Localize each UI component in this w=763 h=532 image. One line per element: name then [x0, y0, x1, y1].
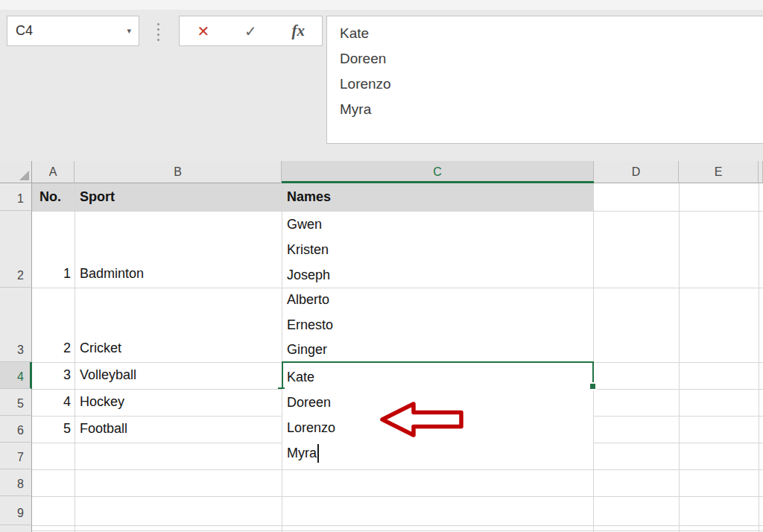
formula-line: Doreen: [340, 46, 763, 72]
cell-b4[interactable]: Volleyball: [75, 362, 282, 389]
selection-border: [282, 361, 594, 363]
row-header-9[interactable]: 9: [0, 496, 32, 525]
cell-a6[interactable]: 5: [32, 416, 75, 443]
selected-column-underline: [282, 181, 594, 183]
function-icon: fx: [291, 22, 305, 40]
row-header-7[interactable]: 7: [0, 443, 32, 469]
row-header-4[interactable]: 4: [0, 362, 32, 389]
cell-b6[interactable]: Football: [75, 416, 282, 443]
column-header-c[interactable]: C: [282, 161, 594, 183]
gridline: [32, 531, 763, 531]
cell-b1[interactable]: Sport: [75, 183, 282, 211]
dot-icon: [157, 39, 159, 41]
selection-border: [278, 387, 285, 389]
formula-bar-drag-handle[interactable]: [155, 23, 161, 41]
cell-c2[interactable]: Gwen Kristen Joseph: [282, 211, 594, 288]
row-header-2[interactable]: 2: [0, 211, 32, 288]
column-header-a[interactable]: A: [32, 161, 75, 183]
cell-b5[interactable]: Hockey: [75, 389, 282, 416]
row-header-8[interactable]: 8: [0, 469, 32, 496]
gridline: [679, 183, 680, 532]
cell-a4[interactable]: 3: [32, 362, 75, 389]
formula-line: Myra: [340, 97, 763, 122]
cell-a3[interactable]: 2: [32, 288, 75, 362]
edit-line: Myra: [287, 446, 317, 461]
row-header-partial: [0, 525, 32, 532]
cell-line: Ginger: [282, 338, 594, 362]
row-header-3[interactable]: 3: [0, 288, 32, 362]
column-header-partial: [759, 161, 763, 183]
cell-line: Gwen: [282, 212, 594, 237]
gridline: [32, 469, 763, 470]
cell-b3[interactable]: Cricket: [75, 288, 282, 362]
column-header-e[interactable]: E: [679, 161, 759, 183]
cell-b2[interactable]: Badminton: [75, 211, 282, 288]
select-all-icon: [19, 171, 29, 180]
text-cursor: [317, 444, 319, 463]
enter-button[interactable]: ✓: [235, 19, 265, 44]
column-header-d[interactable]: D: [594, 161, 679, 183]
select-all-button[interactable]: [0, 161, 32, 183]
name-box-dropdown-icon[interactable]: ▾: [127, 26, 131, 36]
cell-c1[interactable]: Names: [282, 183, 594, 211]
formula-line: Kate: [340, 21, 763, 46]
edit-line: Kate: [282, 364, 593, 390]
cancel-icon: ✕: [197, 22, 209, 40]
row-header-6[interactable]: 6: [0, 416, 32, 443]
cell-line: Kristen: [282, 237, 594, 262]
name-box[interactable]: C4 ▾: [7, 16, 139, 46]
cell-a5[interactable]: 4: [32, 389, 75, 416]
cell-line: Ernesto: [282, 312, 594, 337]
gridline: [32, 496, 763, 497]
enter-icon: ✓: [244, 22, 257, 40]
selection-border: [282, 362, 283, 389]
gridline: [759, 183, 759, 532]
cell-line: Joseph: [282, 262, 594, 288]
cell-a2[interactable]: 1: [32, 211, 75, 288]
gridline: [32, 525, 763, 526]
fill-handle[interactable]: [590, 384, 595, 389]
window-top-strip: [0, 0, 763, 10]
excel-window: C4 ▾ ✕ ✓ fx Kate Doreen Lorenzo Myra A B…: [0, 0, 763, 532]
formula-bar-input[interactable]: Kate Doreen Lorenzo Myra: [326, 16, 763, 144]
dot-icon: [157, 34, 159, 36]
name-box-value: C4: [16, 23, 33, 39]
row-header-5[interactable]: 5: [0, 389, 32, 416]
annotation-left-arrow-icon: [376, 399, 469, 443]
cancel-button[interactable]: ✕: [189, 19, 218, 44]
dot-icon: [157, 28, 159, 31]
formula-button-group: ✕ ✓ fx: [179, 16, 323, 46]
row-header-1[interactable]: 1: [0, 183, 32, 211]
column-header-b[interactable]: B: [75, 161, 282, 183]
dot-icon: [157, 23, 159, 25]
cell-c3[interactable]: Alberto Ernesto Ginger: [282, 288, 594, 362]
insert-function-button[interactable]: fx: [283, 19, 313, 44]
selection-border: [592, 362, 594, 383]
formula-line: Lorenzo: [340, 72, 763, 97]
cell-line: Alberto: [282, 288, 594, 312]
cell-a1[interactable]: No.: [32, 183, 75, 211]
